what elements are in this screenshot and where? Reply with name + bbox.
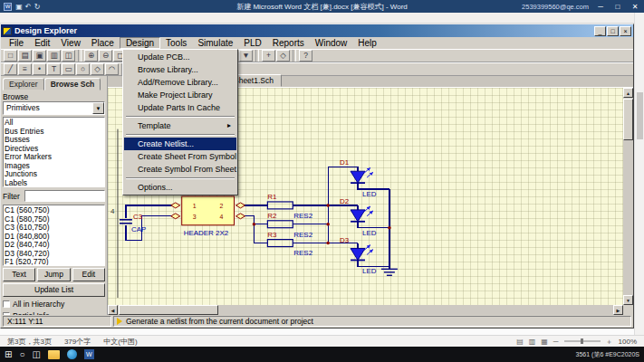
bus-tool-icon[interactable]: ≡ [18,63,32,75]
de-maximize-button[interactable]: □ [607,26,619,36]
language-indicator[interactable]: 中文(中国) [103,337,137,347]
file-explorer-icon[interactable] [48,350,60,359]
arc-tool-icon[interactable]: ◠ [105,63,119,75]
page-info[interactable]: 第3页，共3页 [7,337,52,347]
jp2-pin2-number: 2 [220,203,224,209]
zoom-in-icon[interactable]: ⊕ [84,50,98,62]
zoom-out-icon[interactable]: ⊖ [99,50,112,62]
component-d2[interactable]: D2 LED [340,197,377,237]
scroll-right-button[interactable]: ▶ [613,305,623,315]
menu-item-add-remove-library[interactable]: Add/Remove Library... [124,76,236,89]
word-count[interactable]: 379个字 [64,337,91,347]
de-close-button[interactable]: × [620,26,631,36]
menu-window[interactable]: Window [310,37,353,49]
menu-item-update-pcb[interactable]: Update PCB... [124,51,236,63]
print-layout-icon[interactable]: ▥ [529,338,536,346]
word-minimize-button[interactable]: ─ [595,3,606,11]
menu-tools[interactable]: Tools [160,37,192,49]
text-button[interactable]: Text [3,268,35,281]
menu-reports[interactable]: Reports [267,37,310,49]
move-icon[interactable]: ◇ [276,50,290,62]
ellipse-tool-icon[interactable]: ○ [76,63,90,75]
edit-button[interactable]: Edit [72,268,105,281]
word-redo-icon[interactable]: ↻ [33,3,42,11]
primitive-items-list[interactable]: C1 (560,750)C1 (580,750)C3 (610,750)D1 (… [3,205,105,266]
vscroll-thumb[interactable] [623,99,633,140]
print-icon[interactable]: ▥ [47,50,61,62]
menu-simulate[interactable]: Simulate [192,37,238,49]
menu-pld[interactable]: PLD [238,37,266,49]
word-maximize-button[interactable]: □ [612,3,623,11]
menu-help[interactable]: Help [352,37,382,49]
search-icon[interactable]: ○ [19,348,24,362]
menu-view[interactable]: View [55,37,86,49]
filter-input[interactable] [24,190,105,202]
word-account[interactable]: 2539399560@qe.com [522,3,589,11]
help-icon[interactable]: ? [299,50,312,62]
browse-down-icon[interactable]: ▼ [239,50,253,62]
junction-tool-icon[interactable]: • [33,63,46,75]
ground-symbol[interactable] [381,269,398,275]
zoom-percentage[interactable]: 100% [619,338,637,346]
word-scrollbar-thumb[interactable] [637,92,643,139]
open-document-icon[interactable]: ▤ [18,50,32,62]
print-preview-icon[interactable]: ◫ [62,50,75,62]
canvas-vertical-scrollbar[interactable]: ▲ ▼ [623,88,633,305]
zoom-out-control[interactable]: ─ [553,338,559,346]
component-d3[interactable]: D3 LED [340,236,377,276]
zoom-slider[interactable] [564,340,601,342]
web-layout-icon[interactable]: ▦ [541,338,548,346]
menu-item-create-netlist[interactable]: Create Netlist... [124,138,236,150]
text-tool-icon[interactable]: T [47,63,61,75]
menu-item-make-project-library[interactable]: Make Project Library [124,89,236,101]
polygon-tool-icon[interactable]: ◇ [91,63,104,75]
new-document-icon[interactable]: □ [4,50,17,62]
menu-item-options[interactable]: Options... [124,181,236,194]
start-button[interactable]: ⊞ [5,348,12,362]
jump-button[interactable]: Jump [37,268,70,281]
de-minimize-button[interactable]: _ [594,26,606,36]
word-taskbar-icon[interactable]: W [84,349,94,359]
d3-type-label: LED [362,267,377,275]
select-icon[interactable]: + [262,50,275,62]
menu-item-create-symbol-from-sheet[interactable]: Create Symbol From Sheet [124,163,236,176]
primitive-category-list[interactable]: AllBus EntriesBussesDirectivesError Mark… [3,117,105,187]
scroll-down-button[interactable]: ▼ [623,295,633,305]
wire-tool-icon[interactable]: ╱ [4,63,17,75]
menu-item-create-sheet-from-symbol[interactable]: Create Sheet From Symbol [124,150,236,163]
menu-item-template[interactable]: Template▸ [124,119,236,132]
zoom-in-control[interactable]: ＋ [606,337,613,347]
menu-item-update-parts-in-cache[interactable]: Update Parts In Cache [124,101,236,114]
word-save-icon[interactable]: ▣ [14,3,24,11]
menu-item-browse-library[interactable]: Browse Library... [124,63,236,76]
tab-browse-sch[interactable]: Browse Sch [44,78,101,90]
browser-icon[interactable] [67,349,77,359]
menu-place[interactable]: Place [86,37,120,49]
component-d1[interactable]: D1 LED [340,158,377,198]
de-titlebar[interactable]: Design Explorer _ □ × [1,24,633,37]
update-list-button[interactable]: Update List [3,283,105,297]
hscroll-thumb[interactable] [119,305,218,315]
dropdown-arrow-icon[interactable]: ▼ [92,102,104,114]
tray-text[interactable]: 3561 (第6 #E9C2020S [576,350,639,359]
primitive-list-item[interactable]: F1 (520,770) [5,258,103,266]
tab-explorer[interactable]: Explorer [3,78,44,90]
read-mode-icon[interactable]: ▤ [516,338,524,346]
word-titlebar: W ▣ ↶ ↻ 新建 Microsoft Word 文档 [兼].docx [兼… [0,0,644,13]
menu-edit[interactable]: Edit [29,37,55,49]
primitives-dropdown[interactable]: Primitives ▼ [3,101,105,115]
menu-design[interactable]: Design [120,37,160,49]
scroll-left-button[interactable]: ◀ [108,305,118,315]
rectangle-tool-icon[interactable]: ▭ [62,63,75,75]
zoom-slider-thumb[interactable] [581,338,583,344]
category-list-item[interactable]: Labels [5,179,103,188]
menu-file[interactable]: File [4,37,29,49]
word-vertical-scrollbar[interactable] [634,13,644,335]
canvas-horizontal-scrollbar[interactable]: ◀ ▶ [108,305,623,315]
save-icon[interactable]: ▣ [33,50,46,62]
word-close-button[interactable]: ✕ [630,3,640,11]
all-in-hierarchy-checkbox[interactable] [3,300,10,308]
task-view-icon[interactable]: ◫ [32,348,40,362]
scroll-up-button[interactable]: ▲ [623,88,633,98]
word-undo-icon[interactable]: ↶ [24,3,33,11]
